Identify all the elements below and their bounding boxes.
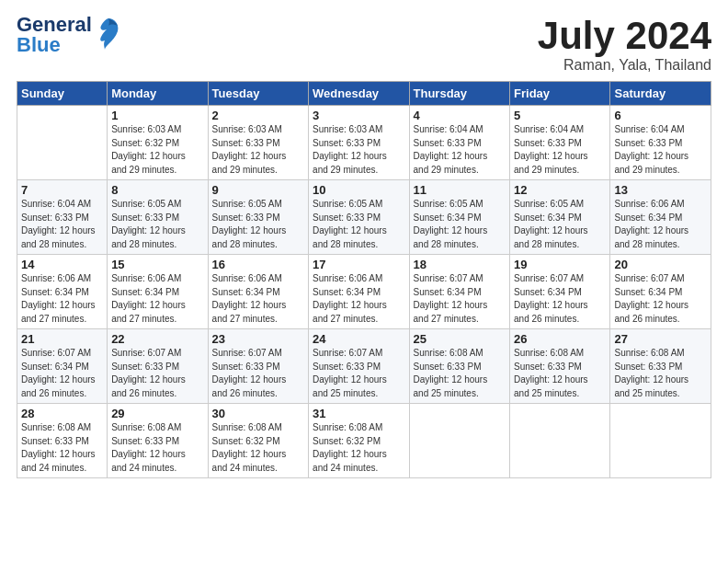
day-info: Sunrise: 6:06 AM Sunset: 6:34 PM Dayligh… (313, 272, 404, 326)
week-row-4: 21Sunrise: 6:07 AM Sunset: 6:34 PM Dayli… (17, 329, 711, 404)
day-number: 14 (21, 258, 103, 271)
day-cell (610, 404, 711, 478)
day-number: 29 (111, 407, 203, 420)
day-number: 23 (212, 332, 304, 346)
day-number: 21 (21, 332, 103, 346)
day-info: Sunrise: 6:08 AM Sunset: 6:32 PM Dayligh… (212, 421, 304, 475)
day-cell: 15Sunrise: 6:06 AM Sunset: 6:34 PM Dayli… (108, 255, 208, 329)
day-cell: 16Sunrise: 6:06 AM Sunset: 6:34 PM Dayli… (208, 255, 308, 329)
day-info: Sunrise: 6:07 AM Sunset: 6:34 PM Dayligh… (414, 272, 506, 326)
day-info: Sunrise: 6:08 AM Sunset: 6:33 PM Dayligh… (111, 421, 203, 475)
day-cell (409, 404, 509, 478)
day-cell: 14Sunrise: 6:06 AM Sunset: 6:34 PM Dayli… (17, 255, 108, 329)
day-info: Sunrise: 6:08 AM Sunset: 6:33 PM Dayligh… (614, 347, 707, 400)
day-cell: 2Sunrise: 6:03 AM Sunset: 6:33 PM Daylig… (208, 106, 308, 180)
day-number: 31 (313, 407, 404, 420)
day-number: 7 (21, 183, 103, 197)
day-info: Sunrise: 6:05 AM Sunset: 6:33 PM Dayligh… (111, 198, 203, 251)
day-number: 26 (514, 332, 606, 346)
calendar-header-row: SundayMondayTuesdayWednesdayThursdayFrid… (17, 82, 711, 106)
day-header-tuesday: Tuesday (208, 82, 308, 106)
day-number: 8 (111, 183, 203, 197)
day-info: Sunrise: 6:06 AM Sunset: 6:34 PM Dayligh… (212, 272, 304, 326)
day-cell: 4Sunrise: 6:04 AM Sunset: 6:33 PM Daylig… (409, 106, 509, 180)
day-cell: 18Sunrise: 6:07 AM Sunset: 6:34 PM Dayli… (409, 255, 509, 329)
day-number: 5 (514, 109, 606, 122)
day-info: Sunrise: 6:08 AM Sunset: 6:33 PM Dayligh… (414, 347, 506, 400)
day-header-thursday: Thursday (409, 82, 509, 106)
month-title: July 2024 (538, 15, 711, 57)
day-cell: 1Sunrise: 6:03 AM Sunset: 6:32 PM Daylig… (108, 106, 208, 180)
day-cell: 25Sunrise: 6:08 AM Sunset: 6:33 PM Dayli… (409, 329, 509, 404)
day-number: 10 (313, 183, 404, 197)
logo-blue: Blue (17, 35, 61, 55)
day-number: 25 (414, 332, 506, 346)
day-info: Sunrise: 6:04 AM Sunset: 6:33 PM Dayligh… (614, 123, 707, 177)
day-cell (510, 404, 610, 478)
day-header-sunday: Sunday (17, 82, 108, 106)
day-info: Sunrise: 6:07 AM Sunset: 6:33 PM Dayligh… (313, 347, 404, 400)
day-cell: 13Sunrise: 6:06 AM Sunset: 6:34 PM Dayli… (610, 180, 711, 255)
day-cell: 6Sunrise: 6:04 AM Sunset: 6:33 PM Daylig… (610, 106, 711, 180)
day-cell: 24Sunrise: 6:07 AM Sunset: 6:33 PM Dayli… (309, 329, 409, 404)
logo: General Blue (17, 15, 121, 55)
day-number: 20 (614, 258, 707, 271)
day-number: 13 (614, 183, 707, 197)
day-cell: 10Sunrise: 6:05 AM Sunset: 6:33 PM Dayli… (309, 180, 409, 255)
day-info: Sunrise: 6:08 AM Sunset: 6:33 PM Dayligh… (514, 347, 606, 400)
day-info: Sunrise: 6:07 AM Sunset: 6:34 PM Dayligh… (21, 347, 103, 400)
day-cell: 8Sunrise: 6:05 AM Sunset: 6:33 PM Daylig… (108, 180, 208, 255)
day-number: 11 (414, 183, 506, 197)
day-info: Sunrise: 6:07 AM Sunset: 6:33 PM Dayligh… (111, 347, 203, 400)
day-number: 12 (514, 183, 606, 197)
day-cell: 22Sunrise: 6:07 AM Sunset: 6:33 PM Dayli… (108, 329, 208, 404)
day-cell: 29Sunrise: 6:08 AM Sunset: 6:33 PM Dayli… (108, 404, 208, 478)
day-cell: 11Sunrise: 6:05 AM Sunset: 6:34 PM Dayli… (409, 180, 509, 255)
day-cell: 19Sunrise: 6:07 AM Sunset: 6:34 PM Dayli… (510, 255, 610, 329)
week-row-3: 14Sunrise: 6:06 AM Sunset: 6:34 PM Dayli… (17, 255, 711, 329)
day-cell: 27Sunrise: 6:08 AM Sunset: 6:33 PM Dayli… (610, 329, 711, 404)
day-number: 24 (313, 332, 404, 346)
day-number: 19 (514, 258, 606, 271)
day-number: 28 (21, 407, 103, 420)
day-number: 18 (414, 258, 506, 271)
logo-bird-icon (96, 17, 121, 54)
day-info: Sunrise: 6:06 AM Sunset: 6:34 PM Dayligh… (614, 198, 707, 251)
day-info: Sunrise: 6:03 AM Sunset: 6:33 PM Dayligh… (212, 123, 304, 177)
day-cell (17, 106, 108, 180)
day-cell: 5Sunrise: 6:04 AM Sunset: 6:33 PM Daylig… (510, 106, 610, 180)
day-header-friday: Friday (510, 82, 610, 106)
day-number: 4 (414, 109, 506, 122)
calendar-table: SundayMondayTuesdayWednesdayThursdayFrid… (17, 81, 711, 478)
day-cell: 23Sunrise: 6:07 AM Sunset: 6:33 PM Dayli… (208, 329, 308, 404)
day-cell: 31Sunrise: 6:08 AM Sunset: 6:32 PM Dayli… (309, 404, 409, 478)
day-number: 30 (212, 407, 304, 420)
day-number: 6 (614, 109, 707, 122)
day-info: Sunrise: 6:04 AM Sunset: 6:33 PM Dayligh… (414, 123, 506, 177)
page: General Blue July 2024 Raman, Yala, Thai… (0, 0, 728, 563)
header: General Blue July 2024 Raman, Yala, Thai… (17, 15, 711, 74)
day-cell: 17Sunrise: 6:06 AM Sunset: 6:34 PM Dayli… (309, 255, 409, 329)
day-info: Sunrise: 6:03 AM Sunset: 6:32 PM Dayligh… (111, 123, 203, 177)
day-info: Sunrise: 6:04 AM Sunset: 6:33 PM Dayligh… (21, 198, 103, 251)
day-number: 3 (313, 109, 404, 122)
location: Raman, Yala, Thailand (538, 57, 711, 74)
day-info: Sunrise: 6:07 AM Sunset: 6:33 PM Dayligh… (212, 347, 304, 400)
day-info: Sunrise: 6:05 AM Sunset: 6:33 PM Dayligh… (212, 198, 304, 251)
day-cell: 12Sunrise: 6:05 AM Sunset: 6:34 PM Dayli… (510, 180, 610, 255)
day-cell: 30Sunrise: 6:08 AM Sunset: 6:32 PM Dayli… (208, 404, 308, 478)
day-number: 27 (614, 332, 707, 346)
logo-general: General (17, 15, 92, 35)
day-number: 2 (212, 109, 304, 122)
week-row-2: 7Sunrise: 6:04 AM Sunset: 6:33 PM Daylig… (17, 180, 711, 255)
day-info: Sunrise: 6:04 AM Sunset: 6:33 PM Dayligh… (514, 123, 606, 177)
day-number: 22 (111, 332, 203, 346)
day-number: 1 (111, 109, 203, 122)
week-row-5: 28Sunrise: 6:08 AM Sunset: 6:33 PM Dayli… (17, 404, 711, 478)
day-header-wednesday: Wednesday (309, 82, 409, 106)
day-cell: 20Sunrise: 6:07 AM Sunset: 6:34 PM Dayli… (610, 255, 711, 329)
day-cell: 3Sunrise: 6:03 AM Sunset: 6:33 PM Daylig… (309, 106, 409, 180)
day-cell: 9Sunrise: 6:05 AM Sunset: 6:33 PM Daylig… (208, 180, 308, 255)
day-number: 15 (111, 258, 203, 271)
day-info: Sunrise: 6:07 AM Sunset: 6:34 PM Dayligh… (614, 272, 707, 326)
